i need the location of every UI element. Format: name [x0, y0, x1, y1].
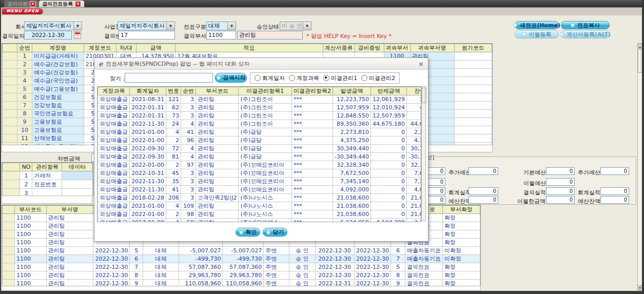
cell[interactable]: 2022-12-30 — [315, 271, 354, 280]
cell[interactable]: 국민연금보험료 — [32, 110, 84, 118]
cell[interactable]: 관리팀 — [46, 263, 93, 271]
radio-acct-date[interactable]: 회계일자 — [255, 74, 285, 82]
cell[interactable]: 161,821 — [407, 95, 421, 104]
cell[interactable]: 21,038,600 — [407, 194, 421, 202]
cell[interactable] — [454, 126, 492, 134]
table-row[interactable]: 외상매출금2022-01-00297관리팀(주)꼬매요코리아***32,328,… — [98, 161, 422, 169]
scroll-down-icon[interactable]: ▼ — [638, 285, 642, 290]
cell[interactable] — [3, 239, 15, 247]
cell[interactable]: 2 — [166, 161, 181, 169]
cell[interactable]: *** — [292, 120, 333, 128]
budget-value[interactable] — [600, 167, 629, 175]
table-row[interactable]: 외상매출금2022-01-00296관리팀(주)금담***4,375,25004… — [98, 136, 422, 145]
cell[interactable]: *** — [292, 161, 333, 169]
table-row[interactable]: 1100관리팀2022-12-307대체57,087,36057,087,360… — [3, 263, 480, 271]
cell[interactable]: 21,038,600 — [333, 202, 371, 210]
cell[interactable] — [454, 93, 492, 102]
popup-scrollbar[interactable] — [421, 86, 426, 221]
cell[interactable]: 0 — [371, 153, 407, 161]
cell[interactable]: 2021-08-31 — [130, 95, 166, 104]
scrollbar-thumb[interactable] — [422, 88, 426, 103]
cell[interactable]: 2022-12-30 — [315, 255, 354, 263]
cell[interactable]: 외상매출금 — [98, 136, 130, 145]
cell[interactable]: 승 인 — [289, 263, 315, 271]
cell[interactable]: 7 — [391, 255, 405, 263]
cell[interactable]: 2022-01-31 — [130, 104, 166, 112]
date-input[interactable] — [24, 31, 72, 40]
cell[interactable]: 외상매출금 — [98, 219, 130, 223]
cell[interactable]: 0 — [371, 194, 407, 202]
cell[interactable]: 대체 — [143, 263, 179, 271]
cell[interactable]: 매출자동기표 — [405, 255, 443, 263]
cell[interactable]: 98 — [181, 210, 196, 219]
cell[interactable]: 2022-11-30 — [130, 120, 166, 128]
cell[interactable]: 2022-12-30 — [93, 247, 130, 255]
cell[interactable]: 21,038,600 — [333, 194, 371, 202]
cell[interactable]: 2022-12-30 — [354, 263, 391, 271]
budget-value[interactable] — [546, 187, 575, 195]
cell[interactable]: 2022-12-30 — [315, 263, 354, 271]
ok-button[interactable]: 확인 — [236, 228, 260, 237]
cell[interactable]: 6 — [17, 93, 32, 102]
cell[interactable]: *** — [292, 136, 333, 145]
cell[interactable]: 12,507,959 — [371, 112, 407, 120]
cell[interactable] — [3, 255, 15, 263]
cell[interactable]: 미확정 — [443, 247, 480, 255]
cell[interactable]: 2 — [166, 210, 181, 219]
cell[interactable]: 외상매출금 — [98, 128, 130, 136]
cell[interactable]: 0 — [371, 210, 407, 219]
table-row[interactable]: 1100관리팀2022-12-305대체-5,007,027-5,007,027… — [3, 247, 480, 255]
cell[interactable]: 4 — [181, 153, 196, 161]
cell[interactable]: 72 — [166, 145, 181, 153]
budget-value[interactable] — [546, 178, 575, 186]
cell[interactable]: 결의전표 — [405, 263, 443, 271]
cell[interactable]: 관리팀 — [46, 247, 93, 255]
cell[interactable]: 건강보험료 — [32, 102, 84, 110]
cell[interactable]: 3 — [17, 69, 32, 77]
cell[interactable]: 89,350,360 — [333, 120, 371, 128]
table-row[interactable]: 외상매출금2022-01-31623관리팀(주)그린조이***12,507,95… — [98, 104, 422, 112]
cell[interactable]: 0 — [371, 128, 407, 136]
cell[interactable]: *** — [292, 145, 333, 153]
cell[interactable]: 3 — [181, 104, 196, 112]
cell[interactable]: 고용보험료 — [32, 118, 84, 126]
cell[interactable]: 62 — [166, 104, 181, 112]
cell[interactable]: 외상매출금 — [98, 104, 130, 112]
cell[interactable]: 1100 — [15, 247, 46, 255]
table-row[interactable]: 3 — [3, 189, 93, 197]
cell[interactable]: 2022-01-31 — [130, 112, 166, 120]
cell[interactable]: 미지급금(거래처) — [32, 52, 84, 61]
cell[interactable]: 2022-01-00 — [130, 210, 166, 219]
cell[interactable]: 0 — [371, 202, 407, 210]
cell[interactable]: 예수금(건강보험) — [32, 69, 84, 77]
cell[interactable] — [3, 180, 20, 189]
cell[interactable]: 6,324,950 — [333, 219, 371, 223]
cell[interactable]: 산재보험료 — [32, 134, 84, 143]
cell[interactable]: 승 인 — [289, 271, 315, 280]
cell[interactable]: 고객만족2팀(J2 — [196, 194, 239, 202]
cell[interactable]: *** — [292, 186, 333, 194]
cell[interactable]: 관리팀 — [196, 161, 239, 169]
cell[interactable]: 6 — [130, 255, 143, 263]
cell[interactable]: 미확정 — [443, 255, 480, 263]
cell[interactable]: 4 — [166, 219, 181, 223]
cell[interactable] — [3, 222, 15, 230]
cell[interactable]: 41 — [166, 186, 181, 194]
cell[interactable]: *** — [292, 95, 333, 104]
radio-account[interactable]: 계정과목 — [289, 74, 319, 82]
cell[interactable]: 4 — [166, 202, 181, 210]
cell[interactable]: 45 — [166, 169, 181, 178]
cell[interactable]: -5,007,027 — [179, 247, 223, 255]
cell[interactable]: 관리팀 — [196, 145, 239, 153]
cell[interactable]: *** — [292, 178, 333, 186]
cell[interactable]: 35 — [166, 178, 181, 186]
cell[interactable]: 2022-10-31 — [130, 169, 166, 178]
cell[interactable]: 1100 — [15, 263, 46, 271]
cell[interactable]: 외상매출금 — [98, 178, 130, 186]
cell[interactable] — [3, 85, 17, 93]
cell[interactable]: 5 — [391, 263, 405, 271]
cell[interactable]: 2022-01-00 — [130, 136, 166, 145]
cell[interactable]: -5,007,027 — [223, 247, 264, 255]
cell[interactable]: 7 — [17, 102, 32, 110]
cell[interactable]: 11 — [17, 134, 32, 143]
